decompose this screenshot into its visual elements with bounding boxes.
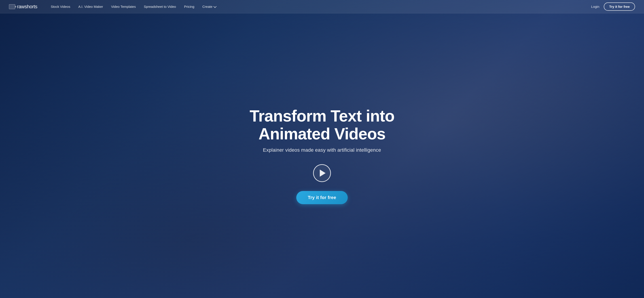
logo-text: rawshorts bbox=[17, 4, 37, 9]
play-icon bbox=[320, 170, 326, 177]
nav-cta-button[interactable]: Try it for free bbox=[604, 2, 635, 11]
play-button[interactable] bbox=[313, 164, 331, 182]
nav-right: Login Try it for free bbox=[591, 2, 635, 11]
hero-section: rawshorts Stock Videos A.I. Video Maker … bbox=[0, 0, 644, 298]
chevron-down-icon bbox=[213, 5, 216, 8]
logo-icon bbox=[9, 4, 15, 9]
hero-title: Transform Text into Animated Videos bbox=[222, 107, 422, 143]
logo[interactable]: rawshorts bbox=[9, 4, 37, 9]
logo-text-bold: raw bbox=[17, 4, 24, 9]
nav-login-link[interactable]: Login bbox=[591, 5, 600, 8]
nav-links: Stock Videos A.I. Video Maker Video Temp… bbox=[51, 5, 591, 8]
nav-link-ai-video-maker[interactable]: A.I. Video Maker bbox=[78, 5, 103, 8]
hero-subtitle: Explainer videos made easy with artifici… bbox=[263, 147, 381, 153]
logo-text-light: shorts bbox=[24, 4, 37, 9]
hero-cta-button[interactable]: Try it for free bbox=[296, 191, 348, 204]
nav-link-pricing[interactable]: Pricing bbox=[184, 5, 194, 8]
nav-link-create[interactable]: Create bbox=[202, 5, 216, 8]
nav-link-stock-videos[interactable]: Stock Videos bbox=[51, 5, 70, 8]
nav-link-video-templates[interactable]: Video Templates bbox=[111, 5, 136, 8]
hero-content: Transform Text into Animated Videos Expl… bbox=[0, 13, 644, 298]
nav-link-spreadsheet-to-video[interactable]: Spreadsheet to Video bbox=[144, 5, 176, 8]
navbar: rawshorts Stock Videos A.I. Video Maker … bbox=[0, 0, 644, 13]
nav-link-create-label: Create bbox=[202, 5, 212, 8]
